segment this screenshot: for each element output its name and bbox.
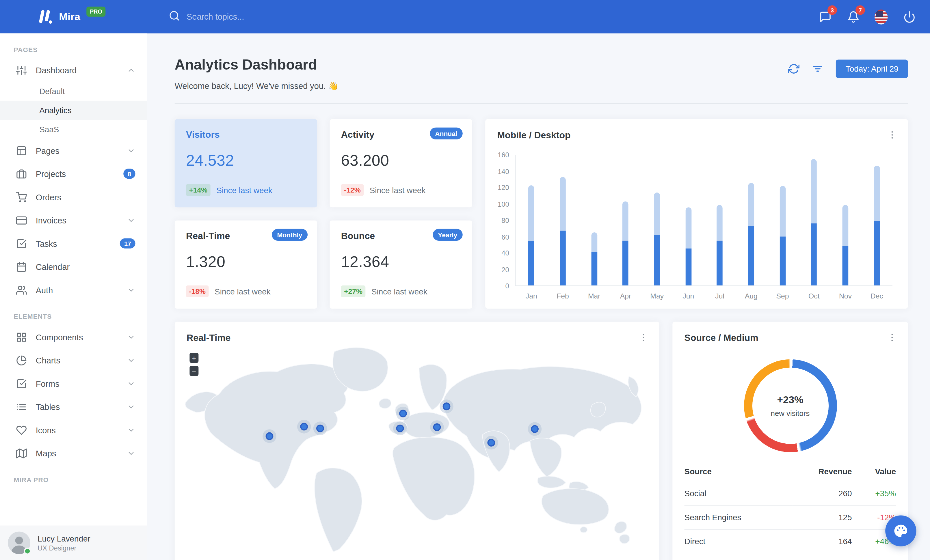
sidebar-item-calendar[interactable]: Calendar — [0, 255, 147, 278]
x-label-nov: Nov — [830, 292, 861, 300]
chevron-down-icon — [127, 356, 135, 364]
map-marker-9 — [531, 425, 539, 433]
stat-footer: -12%Since last week — [341, 184, 461, 197]
chevron-up-icon — [127, 66, 135, 74]
stat-card-activity: ActivityAnnual63.200-12%Since last week — [330, 119, 472, 207]
page-title: Analytics Dashboard — [175, 57, 339, 73]
sidebar-item-icons[interactable]: Icons — [0, 418, 147, 442]
sidebar-item-invoices[interactable]: Invoices — [0, 209, 147, 232]
sidebar-item-projects[interactable]: Projects8 — [0, 162, 147, 185]
brand-name: Mira — [59, 9, 80, 25]
messages-button[interactable]: 3 — [819, 10, 831, 23]
sidebar-item-dashboard[interactable]: Dashboard — [0, 58, 147, 81]
sidebar-item-label: Dashboard — [36, 65, 118, 75]
sidebar-item-tables[interactable]: Tables — [0, 395, 147, 418]
bar-segment-mobile — [842, 246, 848, 285]
search-icon — [169, 10, 180, 23]
stat-value: 1.320 — [186, 253, 306, 285]
date-range-button[interactable]: Today: April 29 — [836, 60, 908, 78]
map-menu-button[interactable] — [639, 333, 649, 343]
chart-menu-button[interactable] — [887, 130, 897, 140]
map-zoom-controls: + − — [189, 353, 199, 376]
sidebar-item-forms[interactable]: Forms — [0, 372, 147, 395]
y-tick-120: 120 — [497, 184, 509, 192]
notifications-count-badge: 7 — [856, 6, 865, 15]
chevron-down-icon — [127, 216, 135, 224]
source-card-title: Source / Medium — [685, 333, 758, 343]
bar-dec — [861, 155, 893, 285]
bar-segment-desktop — [560, 177, 566, 231]
world-map-graphic — [175, 345, 659, 552]
sidebar-subitem-saas[interactable]: SaaS — [0, 120, 147, 139]
map-icon — [16, 448, 27, 459]
sidebar-item-label: Maps — [36, 448, 118, 458]
cell-revenue: 125 — [792, 505, 852, 529]
chevron-down-icon — [127, 402, 135, 411]
avatar — [8, 531, 30, 554]
bar-segment-desktop — [654, 193, 660, 235]
signout-button[interactable] — [902, 10, 916, 23]
pie-chart-icon — [16, 355, 27, 365]
notifications-button[interactable]: 7 — [847, 10, 859, 23]
map-marker-4 — [399, 410, 407, 417]
chevron-down-icon — [127, 146, 135, 155]
bar-segment-mobile — [685, 249, 691, 285]
bar-segment-mobile — [717, 241, 723, 285]
sidebar-subitem-default[interactable]: Default — [0, 82, 147, 101]
users-icon — [16, 285, 27, 295]
stat-title: Visitors — [186, 129, 306, 140]
bar-segment-mobile — [874, 221, 880, 285]
sidebar-item-label: Tables — [36, 402, 118, 411]
stat-period-badge: Annual — [430, 127, 463, 140]
sidebar-item-tasks[interactable]: Tasks17 — [0, 232, 147, 255]
map-marker-8 — [487, 439, 495, 446]
navbar-actions: 3 7 — [819, 10, 930, 23]
stat-value: 24.532 — [186, 151, 306, 184]
y-tick-80: 80 — [501, 217, 509, 224]
stat-value: 12.364 — [341, 253, 461, 285]
sidebar-item-pages[interactable]: Pages — [0, 139, 147, 162]
sidebar-item-label: Calendar — [36, 262, 135, 272]
brand: Mira PRO — [0, 9, 147, 25]
bar-sep — [767, 155, 798, 285]
bar-jan — [516, 155, 547, 285]
sidebar-item-label: Pages — [36, 146, 118, 155]
grid-icon — [16, 332, 27, 342]
credit-card-icon — [16, 215, 27, 226]
source-menu-button[interactable] — [887, 333, 897, 343]
y-tick-140: 140 — [497, 168, 509, 175]
refresh-button[interactable] — [788, 63, 800, 74]
sidebar-item-label: Projects — [36, 169, 115, 178]
bar-segment-mobile — [528, 241, 534, 285]
bar-segment-desktop — [842, 205, 848, 246]
bar-segment-desktop — [528, 185, 534, 241]
chart-plot — [515, 155, 893, 286]
sidebar-user[interactable]: Lucy Lavender UX Designer — [0, 526, 147, 560]
y-tick-20: 20 — [501, 266, 509, 273]
language-button[interactable] — [875, 10, 888, 23]
map-zoom-out-button[interactable]: − — [189, 366, 199, 376]
cell-revenue: 164 — [792, 529, 852, 553]
search-input[interactable] — [186, 12, 377, 21]
sidebar-item-maps[interactable]: Maps — [0, 441, 147, 465]
chevron-down-icon — [127, 449, 135, 457]
sidebar-item-orders[interactable]: Orders — [0, 185, 147, 209]
sidebar-item-charts[interactable]: Charts — [0, 348, 147, 371]
mira-logo-icon — [37, 9, 53, 25]
world-map: + − — [175, 345, 659, 552]
sidebar-badge: 17 — [120, 238, 135, 249]
sidebar-item-label: Auth — [36, 285, 118, 295]
sidebar-item-components[interactable]: Components — [0, 325, 147, 348]
filter-button[interactable] — [812, 63, 824, 74]
table-row-social: Social260+35% — [685, 482, 896, 506]
stat-delta-chip: -12% — [341, 184, 363, 196]
sidebar-item-auth[interactable]: Auth — [0, 278, 147, 301]
map-zoom-in-button[interactable]: + — [189, 353, 199, 363]
x-label-may: May — [641, 292, 673, 300]
filter-icon — [812, 63, 824, 74]
sidebar: PAGESDashboardDefaultAnalyticsSaaSPagesP… — [0, 34, 147, 560]
pro-badge: PRO — [86, 6, 106, 17]
theme-settings-button[interactable] — [885, 515, 916, 546]
sidebar-subitem-analytics[interactable]: Analytics — [0, 101, 147, 120]
bar-segment-desktop — [874, 166, 880, 221]
